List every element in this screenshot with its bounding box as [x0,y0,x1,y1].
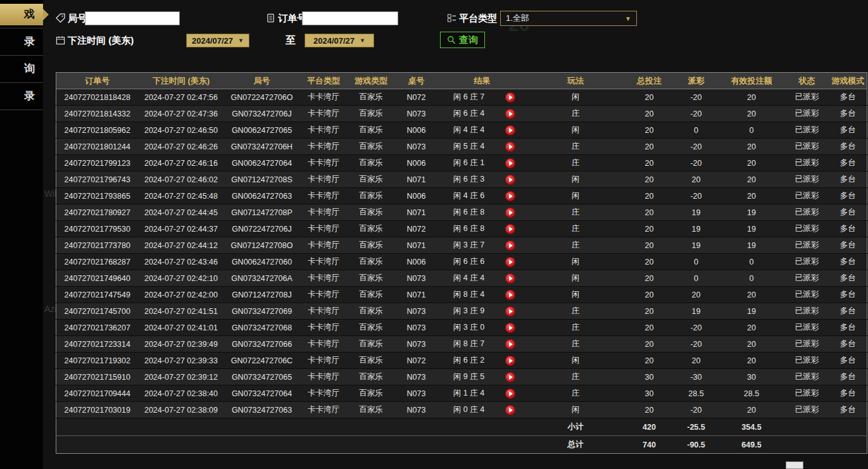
play-video-icon[interactable] [505,109,515,119]
play-video-icon[interactable] [505,175,515,185]
cell-valid-bet: 20 [719,402,785,418]
play-video-icon[interactable] [505,405,515,415]
date-to-value: 2024/07/27 [313,36,355,46]
cell-game-mode: 多台 [829,106,867,122]
cell-status: 已派彩 [785,336,829,353]
cell-game-mode: 多台 [829,188,867,204]
cell-platform-type: 卡卡湾厅 [300,369,348,385]
date-from-select[interactable]: 2024/07/27 ▼ [186,34,249,47]
cell-round-no: GN00624727063 [224,188,300,204]
order-no-input[interactable] [302,11,398,25]
table-row[interactable]: 2407270217496402024-07-27 02:42:10GN0732… [56,270,867,287]
cell-table-no: N072 [395,89,438,106]
play-video-icon[interactable] [505,389,515,399]
play-video-icon[interactable] [505,158,515,168]
cell-platform-type: 卡卡湾厅 [300,254,348,270]
table-row[interactable]: 2407270217233142024-07-27 02:39:49GN0732… [56,336,867,353]
cell-result: 闲 3 庄 0 [438,320,527,336]
cell-game-mode: 多台 [829,122,867,139]
play-video-icon[interactable] [505,224,515,234]
play-video-icon[interactable] [505,142,515,152]
table-row[interactable]: 2407270217475492024-07-27 02:42:00GN0712… [56,287,867,303]
sidebar-item-game[interactable]: 戏 [0,4,43,25]
result-text: 闲 1 庄 4 [450,388,489,399]
play-video-icon[interactable] [505,241,515,251]
cell-game-type: 百家乐 [348,155,395,172]
play-video-icon[interactable] [505,339,515,349]
date-to-select[interactable]: 2024/07/27 ▼ [305,34,374,47]
sidebar-item-query[interactable]: 询 [0,56,43,82]
cell-result: 闲 6 庄 7 [438,89,527,106]
play-video-icon[interactable] [505,273,515,284]
result-text: 闲 3 庄 9 [450,306,489,316]
cell-game-type: 百家乐 [348,106,395,122]
cell-game-type: 百家乐 [348,188,395,204]
cell-payout: 19 [674,237,719,254]
cell-bet-time: 2024-07-27 02:44:45 [139,204,224,221]
table-row[interactable]: 2407270217795302024-07-27 02:44:37GN0722… [56,221,867,237]
table-row[interactable]: 2407270217938652024-07-27 02:45:48GN0062… [56,188,867,204]
table-row[interactable]: 2407270218012442024-07-27 02:46:26GN0732… [56,139,867,155]
cell-valid-bet: 20 [719,172,785,188]
sidebar-item-record-2[interactable]: 录 [0,83,43,109]
grand-total-payout: -90.5 [674,436,719,454]
cell-result: 闲 6 庄 6 [438,254,527,270]
play-video-icon[interactable] [505,372,515,382]
cell-total-bet: 20 [625,270,674,287]
table-row[interactable]: 2407270217193022024-07-27 02:39:33GN0722… [56,353,867,369]
cell-status: 已派彩 [785,89,829,106]
cell-order-no: 240727021715910 [56,369,139,385]
sidebar-item-record-1[interactable]: 录 [0,28,43,55]
col-header-bet-time: 下注时间 (美东) [139,73,224,89]
cell-round-no: GN0732472706H [224,139,300,155]
cell-game-mode: 多台 [829,139,867,155]
empty-cell [56,418,527,436]
platform-type-select[interactable]: 1.全部 ▼ [500,11,637,26]
query-button-label: 查询 [459,34,478,46]
play-video-icon[interactable] [505,306,515,316]
cell-platform-type: 卡卡湾厅 [300,353,348,369]
date-from-value: 2024/07/27 [192,36,233,46]
cell-valid-bet: 20 [719,89,785,106]
table-row[interactable]: 2407270218143322024-07-27 02:47:36GN0732… [56,106,867,122]
query-button[interactable]: 查询 [440,32,485,48]
cell-order-no: 240727021801244 [56,139,139,155]
table-row[interactable]: 2407270217737802024-07-27 02:44:12GN0712… [56,237,867,254]
table-row[interactable]: 2407270218184282024-07-27 02:47:56GN0722… [56,89,867,106]
cell-status: 已派彩 [785,204,829,221]
table-row[interactable]: 2407270218059622024-07-27 02:46:50GN0062… [56,122,867,139]
table-row[interactable]: 2407270217991232024-07-27 02:46:16GN0062… [56,155,867,172]
table-row[interactable]: 2407270217159102024-07-27 02:39:12GN0732… [56,369,867,385]
play-video-icon[interactable] [505,356,515,366]
result-text: 闲 6 庄 7 [450,92,489,103]
table-row[interactable]: 2407270217362072024-07-27 02:41:01GN0732… [56,320,867,336]
cell-play-type: 庄 [527,237,625,254]
cell-result: 闲 4 庄 4 [438,270,527,287]
cell-table-no: N006 [395,122,438,139]
cell-total-bet: 30 [625,369,674,385]
play-video-icon[interactable] [505,257,515,267]
table-row[interactable]: 2407270217809272024-07-27 02:44:45GN0712… [56,204,867,221]
play-video-icon[interactable] [505,290,515,300]
cell-play-type: 闲 [527,353,625,369]
cell-round-no: GN0712472708J [224,287,300,303]
table-row[interactable]: 2407270217682872024-07-27 02:43:46GN0062… [56,254,867,270]
result-text: 闲 3 庄 7 [450,240,489,251]
play-video-icon[interactable] [505,208,515,218]
cell-play-type: 闲 [527,402,625,418]
bottom-right-control[interactable] [786,461,803,469]
col-header-status: 状态 [785,73,829,89]
cell-bet-time: 2024-07-27 02:42:10 [139,270,224,287]
table-row[interactable]: 2407270217094442024-07-27 02:38:40GN0732… [56,385,867,402]
table-row[interactable]: 2407270217457002024-07-27 02:41:51GN0732… [56,303,867,320]
table-row[interactable]: 2407270217030192024-07-27 02:38:09GN0732… [56,402,867,418]
table-row[interactable]: 2407270217967432024-07-27 02:46:02GN0712… [56,172,867,188]
cell-table-no: N073 [395,106,438,122]
play-video-icon[interactable] [505,323,515,333]
cell-payout: 20 [674,287,719,303]
play-video-icon[interactable] [505,125,515,135]
play-video-icon[interactable] [505,191,515,201]
cell-status: 已派彩 [785,320,829,336]
play-video-icon[interactable] [505,92,515,103]
round-no-input[interactable] [85,11,180,25]
